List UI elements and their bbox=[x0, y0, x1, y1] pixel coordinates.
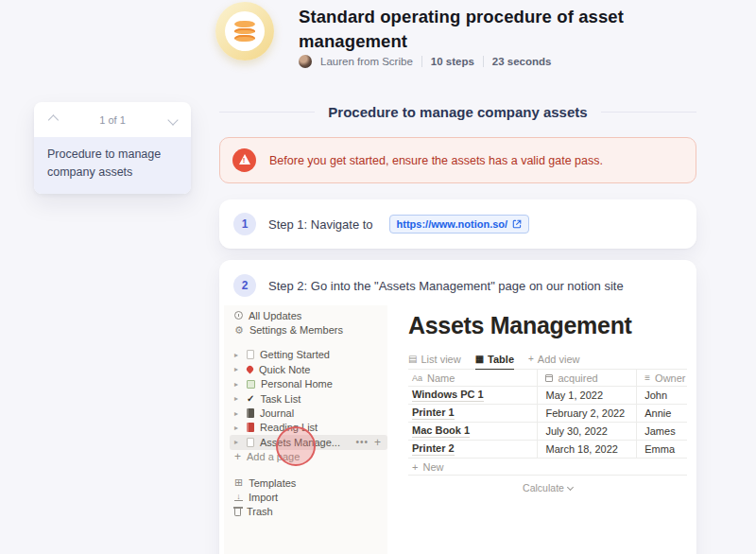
templates-icon: ⊞ bbox=[234, 477, 243, 488]
check-icon: ✓ bbox=[247, 394, 254, 404]
page-icon bbox=[247, 438, 254, 447]
calculate-control: Calculate bbox=[408, 482, 687, 493]
toggle-icon: ▸ bbox=[234, 380, 241, 389]
toggle-icon: ▸ bbox=[234, 394, 241, 403]
section-header: Procedure to manage company assets bbox=[219, 102, 696, 122]
sidebar-page-quick-note: ▸ Quick Note bbox=[224, 362, 387, 376]
plus-icon: + bbox=[528, 355, 534, 364]
table-row: Windows PC 1 May 1, 2022 John bbox=[408, 387, 687, 405]
divider bbox=[421, 56, 422, 67]
more-icon: ••• bbox=[355, 437, 369, 447]
table-row: Printer 1 February 2, 2022 Annie bbox=[408, 405, 687, 423]
gear-icon: ⚙ bbox=[234, 325, 244, 336]
journal-icon bbox=[247, 408, 254, 418]
warning-alert: Before you get started, ensure the asset… bbox=[219, 137, 696, 183]
sidebar-page-getting-started: ▸ Getting Started bbox=[224, 348, 387, 362]
toggle-icon: ▸ bbox=[234, 365, 241, 373]
table-row: Mac Book 1 July 30, 2022 James bbox=[408, 423, 687, 441]
sidebar-item-import: ↓ Import bbox=[224, 490, 387, 504]
toc-pagination: 1 of 1 bbox=[34, 102, 191, 137]
link-url: https://www.notion.so/ bbox=[397, 218, 508, 230]
external-link-icon bbox=[512, 219, 522, 229]
toggle-icon: ▸ bbox=[234, 424, 241, 432]
updates-icon bbox=[234, 311, 243, 320]
caret-down-icon bbox=[567, 483, 574, 490]
section-title: Procedure to manage company assets bbox=[328, 104, 587, 120]
add-icon: + bbox=[374, 436, 381, 449]
notion-main: Assets Management ▤ List view ▦ Table + … bbox=[387, 305, 687, 554]
divider bbox=[219, 112, 315, 113]
step-number-badge: 2 bbox=[233, 274, 256, 297]
author-avatar bbox=[299, 55, 312, 68]
toc-card: 1 of 1 Procedure to manage company asset… bbox=[34, 102, 191, 194]
plus-icon: + bbox=[234, 451, 241, 462]
database-icon bbox=[225, 11, 265, 51]
calendar-icon bbox=[545, 374, 553, 382]
warning-icon bbox=[232, 148, 256, 172]
view-tabs: ▤ List view ▦ Table + Add view bbox=[408, 351, 687, 370]
step-2-text: Step 2: Go into the "Assets Management" … bbox=[268, 279, 624, 293]
home-icon bbox=[247, 380, 255, 389]
table-row: Printer 2 March 18, 2022 Emma bbox=[408, 441, 687, 459]
sidebar-item-settings: ⚙ Settings & Members bbox=[224, 322, 387, 337]
sidebar-item-templates: ⊞ Templates bbox=[224, 476, 387, 490]
duration: 23 seconds bbox=[492, 56, 552, 67]
notion-link[interactable]: https://www.notion.so/ bbox=[389, 215, 530, 234]
pin-icon bbox=[246, 365, 255, 374]
toggle-icon: ▸ bbox=[234, 438, 241, 446]
step-1-text: Step 1: Navigate to bbox=[268, 217, 373, 232]
step-2-screenshot: All Updates ⚙ Settings & Members ▸ Getti… bbox=[224, 305, 687, 554]
toggle-icon: ▸ bbox=[234, 409, 241, 418]
divider bbox=[483, 56, 484, 67]
sidebar-item-all-updates: All Updates bbox=[224, 308, 387, 322]
chevron-down-icon[interactable] bbox=[167, 114, 178, 125]
table-header: Aa Name acquired ≡ Owner bbox=[408, 370, 687, 387]
tab-list-view: ▤ List view bbox=[408, 354, 461, 369]
column-name: Name bbox=[427, 372, 455, 384]
book-icon bbox=[247, 423, 254, 432]
column-acquired: acquired bbox=[558, 372, 597, 384]
divider bbox=[601, 112, 696, 113]
toggle-icon: ▸ bbox=[234, 351, 241, 359]
text-property-icon: Aa bbox=[412, 373, 422, 383]
alert-text: Before you get started, ensure the asset… bbox=[269, 154, 603, 167]
sidebar-page-journal: ▸ Journal bbox=[224, 406, 387, 420]
document-icon-badge bbox=[215, 2, 274, 61]
author-name: Lauren from Scribe bbox=[320, 56, 413, 67]
step-number-badge: 1 bbox=[233, 213, 256, 235]
sidebar-page-personal-home: ▸ Personal Home bbox=[224, 377, 387, 391]
tab-add-view: + Add view bbox=[528, 354, 579, 369]
tab-table-view: ▦ Table bbox=[475, 354, 514, 370]
chevron-up-icon[interactable] bbox=[48, 114, 59, 125]
notion-page-title: Assets Management bbox=[408, 312, 687, 339]
document-meta: Lauren from Scribe 10 steps 23 seconds bbox=[299, 55, 551, 68]
plus-icon: + bbox=[412, 461, 418, 473]
step-2-card: 2 Step 2: Go into the "Assets Management… bbox=[219, 260, 696, 554]
page-title: Standard operating procedure of asset ma… bbox=[299, 5, 639, 54]
sidebar-page-task-list: ▸ ✓ Task List bbox=[224, 391, 387, 406]
toc-page-count: 1 of 1 bbox=[99, 114, 126, 126]
select-property-icon: ≡ bbox=[644, 372, 650, 383]
table-view-icon: ▦ bbox=[475, 355, 484, 364]
list-view-icon: ▤ bbox=[408, 355, 417, 364]
page-icon bbox=[247, 350, 254, 359]
toc-item-active[interactable]: Procedure to manage company assets bbox=[34, 137, 191, 194]
sidebar-item-trash: Trash bbox=[224, 505, 387, 519]
table-new-row: + New bbox=[408, 459, 687, 476]
main-content: Procedure to manage company assets Befor… bbox=[219, 102, 696, 554]
step-2-header: 2 Step 2: Go into the "Assets Management… bbox=[219, 274, 696, 297]
import-icon: ↓ bbox=[234, 493, 243, 501]
click-annotation bbox=[276, 426, 316, 466]
trash-icon bbox=[234, 509, 241, 516]
column-owner: Owner bbox=[655, 372, 685, 384]
step-1-card: 1 Step 1: Navigate to https://www.notion… bbox=[219, 199, 696, 249]
steps-count: 10 steps bbox=[431, 56, 474, 67]
